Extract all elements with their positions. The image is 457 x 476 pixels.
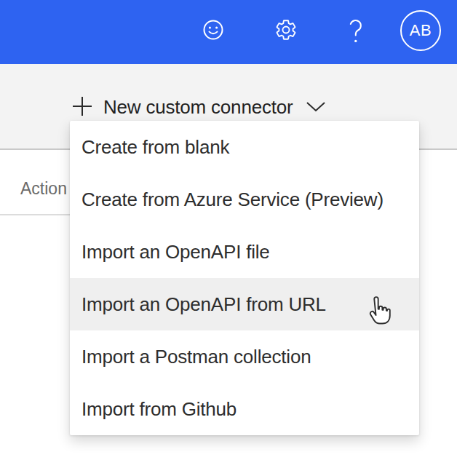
help-button[interactable] [348, 18, 364, 44]
new-custom-connector-label: New custom connector [103, 96, 293, 119]
avatar-initials: AB [410, 21, 432, 40]
feedback-button[interactable] [202, 20, 224, 41]
account-avatar[interactable]: AB [400, 10, 441, 51]
settings-button[interactable] [274, 19, 298, 42]
menu-item-import-postman-collection[interactable]: Import a Postman collection [70, 330, 419, 383]
new-connector-dropdown-menu: Create from blank Create from Azure Serv… [70, 121, 419, 435]
app-header: AB [0, 0, 457, 64]
help-question-icon [348, 17, 364, 46]
menu-item-import-openapi-file[interactable]: Import an OpenAPI file [70, 226, 419, 278]
settings-gear-icon [274, 18, 298, 44]
feedback-smiley-icon [202, 19, 224, 43]
menu-item-create-from-azure-service[interactable]: Create from Azure Service (Preview) [70, 173, 419, 226]
plus-icon [71, 95, 93, 119]
table-header-divider [0, 214, 71, 215]
menu-item-import-openapi-from-url[interactable]: Import an OpenAPI from URL [70, 278, 419, 330]
actions-column-header: Action [20, 179, 67, 199]
menu-item-import-from-github[interactable]: Import from Github [70, 383, 419, 435]
chevron-down-icon [306, 100, 326, 114]
menu-item-create-from-blank[interactable]: Create from blank [70, 121, 419, 173]
